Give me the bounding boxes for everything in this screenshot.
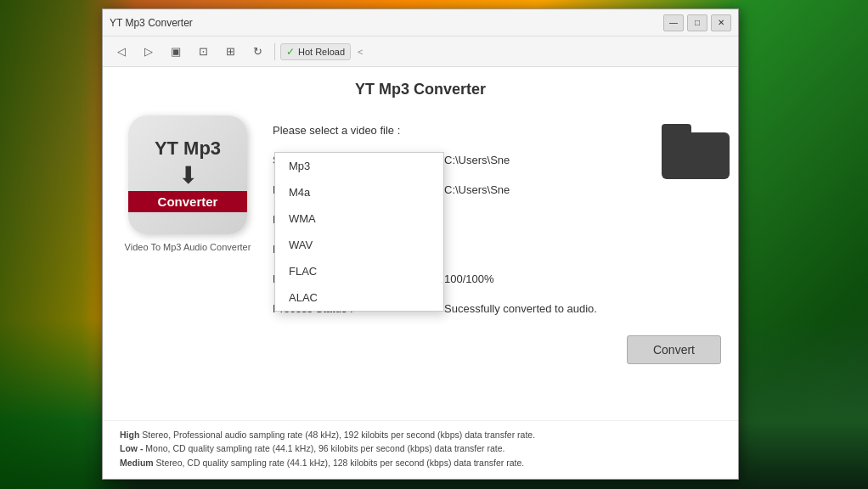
maximize-button[interactable]: □ — [687, 14, 707, 31]
logo-bottom-text: Converter — [128, 191, 247, 212]
footer-note-low: Low - Mono, CD quality sampling rate (44… — [120, 441, 721, 456]
title-bar-left: YT Mp3 Converter — [110, 17, 193, 29]
left-panel: YT Mp3 ⬇ Converter Video To Mp3 Audio Co… — [120, 115, 256, 420]
content-area: YT Mp3 Converter YT Mp3 ⬇ Converter Vide… — [103, 67, 738, 479]
select-video-label: Please select a video file : — [273, 124, 434, 137]
dropdown-item-m4a[interactable]: M4a — [275, 179, 443, 205]
close-button[interactable]: ✕ — [711, 14, 731, 31]
app-window: YT Mp3 Converter — □ ✕ ◁ ▷ ▣ ⊡ ⊞ ↻ ✓ Hot… — [102, 8, 739, 480]
toolbar-btn-refresh[interactable]: ▣ — [164, 41, 188, 63]
logo-arrow-icon: ⬇ — [178, 161, 198, 189]
check-icon: ✓ — [286, 46, 295, 58]
select-video-row: Please select a video file : — [273, 115, 721, 145]
toolbar-separator — [274, 43, 275, 60]
footer-notes: High Stereo, Professional audio sampling… — [103, 420, 738, 479]
convert-button[interactable]: Convert — [627, 335, 721, 364]
dropdown-item-alac[interactable]: ALAC — [275, 284, 443, 311]
status-value: Sucessfully converted to audio. — [444, 302, 721, 315]
destination-file-value: C:\Users\Sne — [444, 183, 721, 196]
title-bar: YT Mp3 Converter — □ ✕ — [103, 9, 738, 37]
toolbar: ◁ ▷ ▣ ⊡ ⊞ ↻ ✓ Hot Reload < — [103, 37, 738, 67]
dropdown-item-wma[interactable]: WMA — [275, 205, 443, 232]
footer-high-label: High — [120, 430, 139, 440]
app-title: YT Mp3 Converter — [103, 67, 738, 107]
form-actions: Convert — [273, 323, 721, 368]
minimize-button[interactable]: — — [663, 14, 684, 31]
window-title: YT Mp3 Converter — [110, 17, 193, 29]
hot-reload-badge: ✓ Hot Reload — [280, 43, 351, 60]
logo-top-text: YT Mp3 — [155, 138, 221, 160]
app-subtitle: Video To Mp3 Audio Converter — [125, 241, 251, 254]
footer-note-medium: Medium Stereo, CD quality sampling rate … — [120, 456, 721, 470]
toolbar-btn-reload-circle[interactable]: ↻ — [245, 41, 269, 63]
dropdown-item-mp3[interactable]: Mp3 — [275, 153, 443, 179]
footer-note-high: High Stereo, Professional audio sampling… — [120, 428, 721, 442]
footer-medium-text: Stereo, CD quality sampling rate (44.1 k… — [156, 458, 525, 468]
toolbar-btn-back[interactable]: ◁ — [110, 41, 133, 63]
source-file-value: C:\Users\Sne — [444, 154, 721, 166]
toolbar-btn-import[interactable]: ⊞ — [218, 41, 242, 63]
title-bar-controls: — □ ✕ — [663, 14, 731, 31]
dropdown-item-flac[interactable]: FLAC — [275, 258, 443, 284]
toolbar-btn-forward[interactable]: ▷ — [137, 41, 161, 63]
toolbar-arrow[interactable]: < — [354, 45, 366, 59]
hot-reload-label: Hot Reload — [298, 47, 345, 57]
footer-high-text: Stereo, Professional audio sampling rate… — [142, 430, 535, 440]
app-logo: YT Mp3 ⬇ Converter — [128, 115, 247, 234]
dropdown-item-wav[interactable]: WAV — [275, 232, 443, 258]
footer-medium-label: Medium — [120, 458, 154, 468]
footer-low-text: Mono, CD quality sampling rate (44.1 kHz… — [145, 443, 504, 453]
audio-format-dropdown[interactable]: Mp3 M4a WMA WAV FLAC ALAC — [274, 152, 444, 312]
footer-low-label: Low - — [120, 443, 143, 453]
toolbar-btn-export[interactable]: ⊡ — [191, 41, 215, 63]
progress-value: 100/100% — [444, 273, 721, 285]
